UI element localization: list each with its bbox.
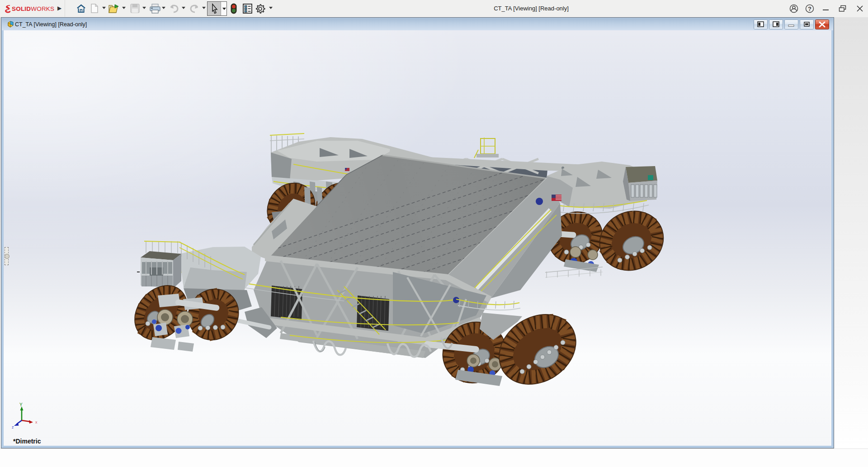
svg-text:SOLIDWORKS: SOLIDWORKS: [12, 5, 54, 12]
svg-text:?: ?: [808, 5, 811, 12]
svg-text:z: z: [12, 425, 14, 429]
svg-text:Y: Y: [19, 402, 23, 407]
svg-text:x: x: [35, 420, 38, 424]
